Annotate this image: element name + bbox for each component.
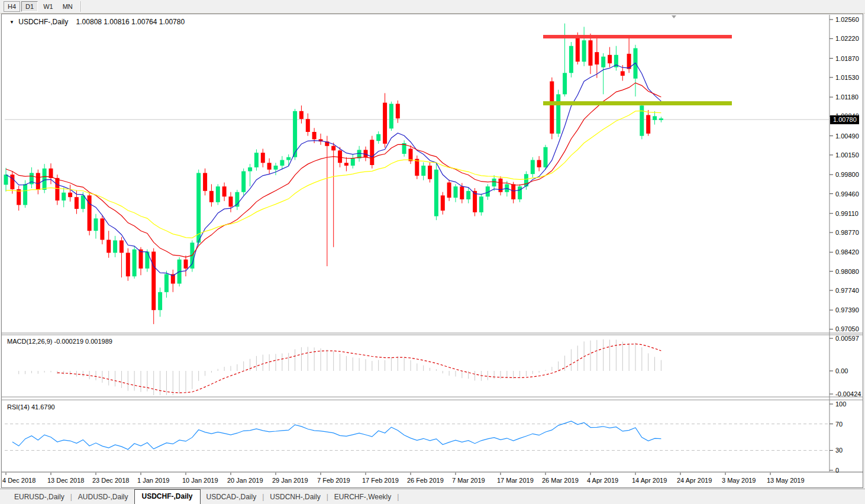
price-tick-label: 0.99110 <box>835 210 858 217</box>
rsi-tick-label: 30 <box>835 447 843 454</box>
price-tick-label: 0.98080 <box>835 268 859 275</box>
price-tick-label: 1.01870 <box>835 55 859 62</box>
macd-tick-label: -0.00424 <box>835 390 861 398</box>
date-tick-label: 4 Dec 2018 <box>2 477 35 484</box>
current-price-box: 1.00780 <box>830 115 859 124</box>
date-tick-label: 7 Feb 2019 <box>317 477 350 484</box>
chart-shift-marker <box>672 15 676 18</box>
price-tick-label: 0.98770 <box>835 229 859 236</box>
date-tick-label: 17 Mar 2019 <box>497 477 534 484</box>
price-tick-label: 1.00150 <box>835 151 859 159</box>
price-tick-label: 0.99800 <box>835 171 859 178</box>
date-tick-label: 26 Mar 2019 <box>542 477 579 484</box>
price-tick-label: 0.97390 <box>835 306 859 314</box>
price-tick-label: 1.00490 <box>835 133 859 140</box>
rsi-label: RSI(14) 41.6790 <box>7 403 55 411</box>
price-tick-label: 0.97050 <box>835 325 859 332</box>
date-tick-label: 26 Feb 2019 <box>407 477 444 484</box>
rsi-tick-label: 0 <box>835 467 839 474</box>
price-tick-label: 0.98420 <box>835 248 859 256</box>
date-tick-label: 17 Feb 2019 <box>362 477 399 484</box>
chart-title: ▼ USDCHF-,Daily 1.00808 1.00816 1.00764 … <box>9 18 185 26</box>
date-tick-label: 4 Apr 2019 <box>587 477 618 484</box>
price-tick-label: 1.01530 <box>835 74 859 81</box>
macd-label: MACD(12,26,9) -0.000219 0.001989 <box>7 338 112 345</box>
rsi-tick-label: 70 <box>835 421 843 428</box>
rsi-tick-label: 100 <box>835 400 846 408</box>
chart-ohlc-values: 1.00808 1.00816 1.00764 1.00780 <box>76 18 185 26</box>
price-tick-label: 0.97740 <box>835 287 859 294</box>
macd-tick-label: 0.00 <box>835 367 848 374</box>
mt4-terminal: H4D1W1MN ▼ USDCHF-,Daily 1.00808 1.00816… <box>0 0 865 504</box>
date-tick-label: 7 Mar 2019 <box>452 477 485 484</box>
date-tick-label: 1 Jan 2019 <box>137 477 169 484</box>
price-tick-label: 0.99460 <box>835 190 859 198</box>
price-tick-label: 1.02560 <box>835 16 859 23</box>
chart-symbol-label: USDCHF-,Daily <box>18 18 68 26</box>
date-tick-label: 3 May 2019 <box>722 477 756 484</box>
date-tick-label: 13 Dec 2018 <box>47 477 84 484</box>
date-tick-label: 20 Jan 2019 <box>227 477 263 484</box>
date-tick-label: 24 Apr 2019 <box>677 477 712 484</box>
date-tick-label: 13 May 2019 <box>767 477 805 484</box>
symbol-dropdown-icon[interactable]: ▼ <box>9 20 14 25</box>
date-tick-label: 29 Jan 2019 <box>272 477 308 484</box>
date-tick-label: 23 Dec 2018 <box>92 477 129 484</box>
macd-tick-label: 0.00597 <box>835 335 859 342</box>
price-tick-label: 1.02220 <box>835 35 859 42</box>
price-tick-label: 1.01180 <box>835 93 858 101</box>
date-tick-label: 10 Jan 2019 <box>182 477 218 484</box>
date-tick-label: 14 Apr 2019 <box>632 477 667 484</box>
chart-canvas[interactable] <box>0 0 865 504</box>
